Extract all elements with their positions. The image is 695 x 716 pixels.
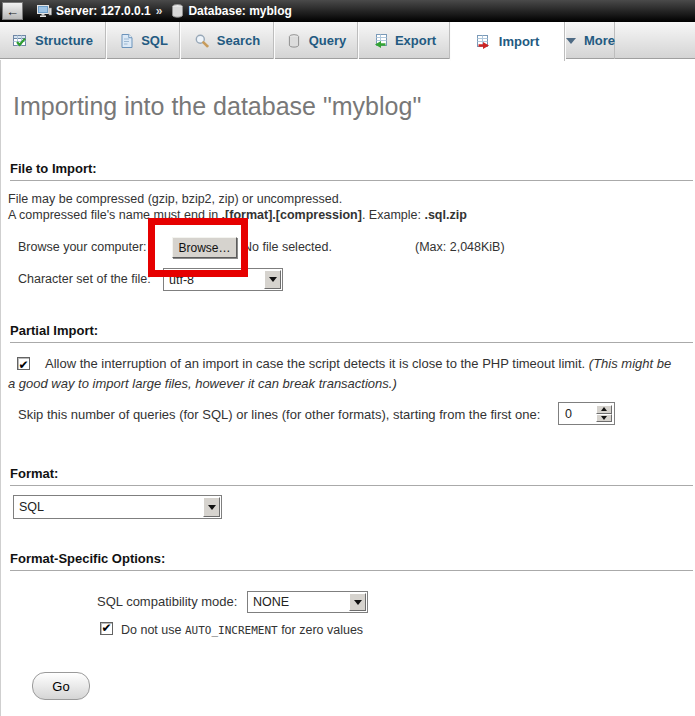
database-icon [171, 4, 184, 18]
format-dropdown-arrow[interactable] [203, 497, 220, 517]
skip-queries-input[interactable]: 0 [558, 402, 615, 425]
tab-search[interactable]: Search [180, 22, 274, 59]
allow-interrupt-label: Allow the interruption of an import in c… [45, 356, 589, 371]
content-left-border [0, 60, 1, 716]
server-icon [37, 4, 52, 18]
tab-label: Import [499, 34, 539, 49]
tab-sql[interactable]: SQL [106, 22, 180, 59]
tab-more[interactable]: More [565, 22, 615, 59]
tab-bar: Structure SQL Search Query Export Import… [0, 22, 695, 59]
structure-icon [12, 33, 28, 49]
auto-increment-label: Do not use AUTO_INCREMENT for zero value… [121, 623, 363, 637]
skip-queries-label: Skip this number of queries (for SQL) or… [18, 407, 540, 422]
section-heading-partial-import: Partial Import: [10, 323, 693, 343]
no-file-selected-text: No file selected. [243, 240, 332, 254]
charset-dropdown-arrow[interactable] [264, 270, 281, 289]
export-icon [372, 33, 388, 49]
tab-import[interactable]: Import [450, 22, 565, 61]
max-upload-size: (Max: 2,048KiB) [415, 240, 505, 254]
section-heading-format-options: Format-Specific Options: [10, 551, 693, 571]
spinner-down-button[interactable] [596, 414, 612, 423]
go-button[interactable]: Go [32, 672, 90, 700]
tab-label: Export [395, 33, 436, 48]
tab-query[interactable]: Query [274, 22, 358, 59]
breadcrumb-database-link[interactable]: Database: myblog [188, 4, 291, 18]
charset-selected-value: utf-8 [169, 273, 194, 287]
allow-interrupt-checkbox[interactable] [17, 357, 30, 370]
auto-increment-checkbox[interactable] [100, 622, 113, 635]
skip-queries-value: 0 [565, 407, 572, 421]
compression-note: File may be compressed (gzip, bzip2, zip… [8, 192, 467, 223]
query-icon [286, 33, 302, 49]
sql-compat-label: SQL compatibility mode: [97, 594, 237, 609]
search-icon [194, 33, 210, 49]
sql-icon [118, 33, 134, 49]
back-button[interactable]: ← [2, 2, 23, 20]
section-heading-format: Format: [10, 466, 693, 486]
format-select[interactable]: SQL [13, 495, 222, 519]
sql-compat-selected-value: NONE [253, 595, 289, 609]
tab-label: Query [309, 33, 347, 48]
section-heading-file-to-import: File to Import: [10, 161, 693, 181]
tab-label: Structure [35, 33, 93, 48]
sql-compat-select[interactable]: NONE [247, 591, 368, 613]
browse-button[interactable]: Browse… [172, 237, 237, 258]
phpmyadmin-import-page: ← Server: 127.0.0.1 » Database: myblog S… [0, 0, 695, 716]
page-title: Importing into the database "myblog" [13, 92, 421, 121]
allow-interrupt-row: Allow the interruption of an import in c… [8, 354, 680, 393]
breadcrumb-separator: » [156, 4, 163, 18]
tab-export[interactable]: Export [358, 22, 450, 59]
import-icon [476, 34, 492, 50]
tab-label: SQL [141, 33, 168, 48]
breadcrumb-server-link[interactable]: Server: 127.0.0.1 [56, 4, 151, 18]
breadcrumb-bar: ← Server: 127.0.0.1 » Database: myblog [0, 0, 695, 22]
tab-label: Search [217, 33, 260, 48]
charset-label: Character set of the file: [18, 272, 151, 286]
chevron-down-icon [565, 36, 577, 46]
spinner-up-button[interactable] [596, 405, 612, 414]
sql-compat-dropdown-arrow[interactable] [349, 593, 366, 611]
browse-label: Browse your computer: [18, 240, 147, 254]
tab-structure[interactable]: Structure [0, 22, 106, 59]
charset-select[interactable]: utf-8 [163, 268, 283, 291]
format-selected-value: SQL [19, 500, 44, 514]
tab-label: More [584, 33, 615, 48]
